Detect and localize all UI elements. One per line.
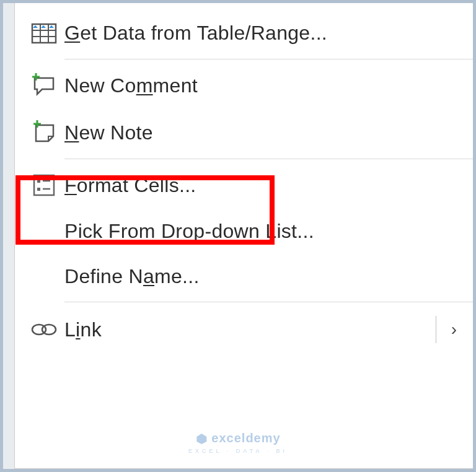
link-icon [24,320,64,339]
menu-label: Pick From Drop-down List... [64,220,461,243]
menu-label: New Note [64,121,461,144]
table-range-icon [24,20,64,45]
menu-item-new-note[interactable]: New Note [15,109,473,156]
menu-item-define-name[interactable]: Define Name... [15,254,473,299]
menu-separator [64,302,473,302]
menu-label: Link [64,318,436,341]
svg-rect-14 [37,188,40,191]
context-menu: Get Data from Table/Range... New Comment [14,3,473,469]
menu-item-get-data[interactable]: Get Data from Table/Range... [15,9,473,56]
svg-marker-19 [196,434,206,444]
submenu-separator [436,316,436,343]
menu-separator [64,159,473,159]
svg-marker-6 [41,25,46,28]
menu-label: Define Name... [64,265,461,288]
svg-rect-12 [34,175,54,195]
svg-point-18 [42,325,56,334]
svg-rect-13 [37,180,40,183]
chevron-right-icon: › [451,320,457,339]
menu-item-pick-list[interactable]: Pick From Drop-down List... [15,209,473,254]
window-edge [3,3,14,469]
menu-separator [64,59,473,59]
menu-item-new-comment[interactable]: New Comment [15,62,473,109]
watermark: exceldemy [195,431,280,445]
svg-marker-7 [49,25,54,28]
menu-item-format-cells[interactable]: Format Cells... [15,162,473,209]
new-note-icon [24,120,64,145]
menu-label: Get Data from Table/Range... [64,22,461,45]
menu-label: Format Cells... [64,174,461,197]
format-cells-icon [24,173,64,198]
new-comment-icon [24,73,64,98]
watermark-tagline: EXCEL · DATA · BI [188,448,288,454]
svg-marker-5 [33,25,38,28]
menu-item-link[interactable]: Link › [15,305,473,354]
menu-label: New Comment [64,74,461,97]
